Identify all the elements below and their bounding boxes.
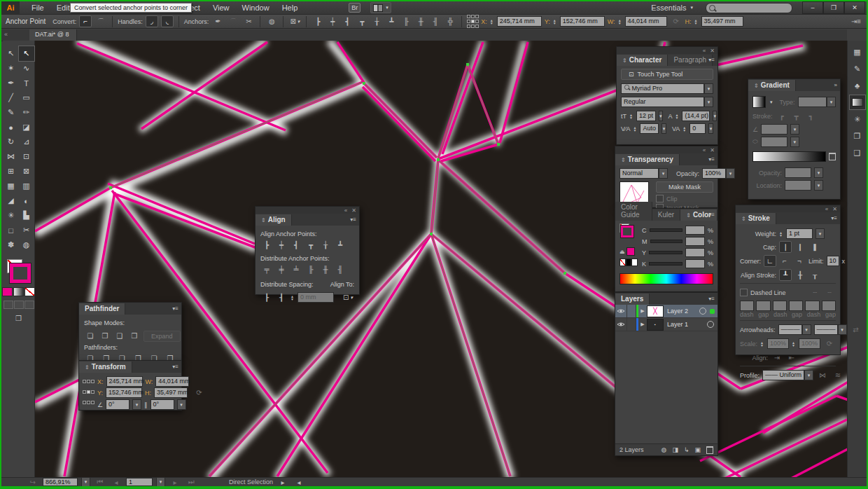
panel-menu-icon[interactable]: ▾≡ bbox=[350, 216, 356, 223]
align-anchor-0-icon[interactable]: ┣ bbox=[260, 239, 273, 251]
arrowhead-end-field[interactable]: ——— bbox=[814, 324, 838, 335]
panel-menu-icon[interactable]: ▾≡ bbox=[708, 156, 715, 163]
panel-menu-icon[interactable]: ▾≡ bbox=[172, 364, 178, 370]
channel-slider-c[interactable] bbox=[650, 228, 682, 232]
chevron-down-icon[interactable]: ▾ bbox=[662, 123, 666, 134]
align-stroke-0-icon[interactable]: ┸ bbox=[779, 269, 792, 281]
export-icon[interactable]: ↪ bbox=[27, 476, 39, 488]
tab-layers[interactable]: Layers bbox=[615, 294, 650, 305]
first-artboard-icon[interactable]: ⏮ bbox=[94, 476, 106, 488]
channel-value-k[interactable] bbox=[685, 259, 705, 268]
fill-stroke-indicator[interactable] bbox=[7, 259, 31, 283]
cap-1-icon[interactable]: ❙ bbox=[794, 241, 806, 253]
bridge-button[interactable]: Br bbox=[349, 3, 360, 13]
cb-align-6-icon[interactable]: ╟ bbox=[400, 15, 412, 27]
paintbrush-tool[interactable]: ✎ bbox=[4, 105, 19, 120]
rotate-field[interactable]: 0° bbox=[106, 399, 130, 410]
panel-menu-icon[interactable]: ▾≡ bbox=[708, 57, 715, 63]
spacing-field[interactable]: 0 mm bbox=[298, 292, 334, 303]
align-anchor-4-icon[interactable]: ╁ bbox=[319, 239, 332, 251]
pencil-tool[interactable]: ✏ bbox=[19, 105, 34, 120]
color-spectrum-bar[interactable] bbox=[620, 273, 713, 284]
flip-across-icon[interactable]: ≋ bbox=[832, 369, 844, 381]
dash-field-3[interactable] bbox=[789, 301, 803, 311]
aspect-ratio-field[interactable] bbox=[761, 137, 788, 147]
leading-stepper[interactable]: ▲▼ bbox=[676, 113, 679, 119]
stroke-swatch-magenta[interactable] bbox=[621, 226, 634, 237]
color-button[interactable] bbox=[2, 287, 13, 296]
scale-end-field[interactable]: 100% bbox=[799, 338, 820, 349]
direct-selection-tool[interactable]: ↖ bbox=[19, 46, 34, 61]
pen-tool[interactable]: ✒ bbox=[4, 76, 19, 90]
chevron-down-icon[interactable]: ▾ bbox=[790, 124, 799, 135]
eraser-tool[interactable]: ◪ bbox=[19, 120, 34, 135]
menu-view[interactable]: View bbox=[206, 2, 236, 13]
magic-wand-tool[interactable]: ✶ bbox=[4, 61, 19, 76]
stop-opacity-field[interactable] bbox=[785, 167, 811, 178]
menu-file[interactable]: File bbox=[25, 2, 50, 13]
font-size-stepper[interactable]: ▲▼ bbox=[629, 113, 633, 119]
delete-stop-icon[interactable] bbox=[829, 153, 836, 160]
collapse-icon[interactable]: « bbox=[344, 207, 347, 214]
target-circle-icon[interactable] bbox=[699, 308, 706, 315]
pathfinder-icon[interactable]: ❑ bbox=[850, 146, 865, 160]
align-stroke-1-icon[interactable]: ╂ bbox=[794, 269, 806, 281]
y-field[interactable]: 152,746 mm bbox=[560, 16, 605, 27]
width-tool[interactable]: ⋈ bbox=[4, 149, 19, 164]
kerning-field[interactable]: Auto bbox=[640, 123, 659, 134]
gradient-slider[interactable] bbox=[752, 151, 826, 162]
lock-toggle[interactable] bbox=[627, 318, 636, 331]
tab-transform[interactable]: ⇕Transform bbox=[79, 361, 132, 373]
column-graph-tool[interactable]: ▙ bbox=[19, 208, 34, 223]
constrain-proportions-icon[interactable]: ⟳ bbox=[192, 387, 205, 399]
shear-field[interactable]: 0° bbox=[150, 399, 174, 410]
tab-character[interactable]: ⇕Character bbox=[617, 55, 668, 66]
cap-0-icon[interactable]: ❘ bbox=[779, 241, 792, 253]
w-stepper[interactable]: ▲▼ bbox=[618, 19, 622, 25]
cb-align-1-icon[interactable]: ┿ bbox=[326, 15, 339, 27]
transform-x-field[interactable]: 245,714 mm bbox=[106, 376, 143, 387]
artboard-tool[interactable]: □ bbox=[4, 223, 19, 237]
channel-slider-y[interactable] bbox=[649, 251, 682, 254]
select-similar-icon[interactable]: ⊠▾ bbox=[288, 15, 301, 27]
app-logo[interactable]: Ai bbox=[1, 1, 20, 14]
kerning-stepper[interactable]: ▲▼ bbox=[634, 126, 637, 132]
chevron-down-icon[interactable]: ▾ bbox=[659, 168, 668, 179]
slice-tool[interactable]: ✂ bbox=[19, 223, 34, 237]
collapse-icon[interactable]: « bbox=[825, 206, 828, 212]
blend-tool[interactable]: ◐ bbox=[19, 193, 34, 208]
tab-transparency[interactable]: ⇕Transparency bbox=[615, 154, 680, 165]
new-sublayer-icon[interactable]: ↳ bbox=[684, 446, 690, 453]
cb-align-0-icon[interactable]: ┣ bbox=[312, 15, 324, 27]
make-mask-icon[interactable]: ◨ bbox=[672, 446, 678, 453]
font-family-field[interactable]: Myriad Pro bbox=[621, 83, 704, 94]
collapse-icon[interactable]: « bbox=[4, 31, 8, 38]
tab-kuler[interactable]: Kuler bbox=[652, 209, 680, 221]
shape-mode-2-icon[interactable]: ❑ bbox=[113, 330, 126, 342]
collapse-icon[interactable]: » bbox=[834, 82, 837, 88]
convert-to-corner-icon[interactable]: ⌐ bbox=[79, 15, 92, 27]
scale-start-stepper[interactable]: ▲▼ bbox=[760, 341, 764, 347]
last-artboard-icon[interactable]: ⏭ bbox=[185, 476, 197, 488]
last-color-icon[interactable]: ⏏ bbox=[620, 249, 625, 255]
gradient-swatch[interactable] bbox=[752, 96, 766, 108]
corner-2-icon[interactable]: ¬ bbox=[793, 255, 806, 267]
layer-row-1[interactable]: ▶╳Layer 2 bbox=[615, 305, 718, 318]
close-icon[interactable]: ✕ bbox=[351, 207, 356, 214]
weight-field[interactable]: 1 pt bbox=[786, 228, 813, 239]
screen-mode-icon[interactable]: ❐ bbox=[15, 315, 22, 322]
chevron-down-icon[interactable]: ▾ bbox=[770, 99, 773, 105]
arrange-documents-button[interactable]: ▾ bbox=[370, 2, 391, 13]
convert-to-smooth-icon[interactable]: ⌒ bbox=[94, 15, 107, 27]
blob-brush-tool[interactable]: ● bbox=[4, 120, 19, 135]
fill-stroke-indicator[interactable] bbox=[620, 223, 634, 237]
scale-start-field[interactable]: 100% bbox=[767, 338, 789, 349]
channel-value-y[interactable] bbox=[685, 248, 705, 257]
corner-1-icon[interactable]: ⌐ bbox=[778, 255, 791, 267]
reference-point-icon[interactable] bbox=[467, 15, 478, 28]
panel-menu-icon[interactable]: ▾≡ bbox=[831, 215, 837, 221]
align-stroke-2-icon[interactable]: ┰ bbox=[808, 269, 821, 281]
eyedropper-tool[interactable]: ◢ bbox=[4, 193, 19, 208]
dash-field-2[interactable] bbox=[773, 301, 787, 311]
prev-artboard-icon[interactable]: ◂ bbox=[110, 476, 122, 488]
